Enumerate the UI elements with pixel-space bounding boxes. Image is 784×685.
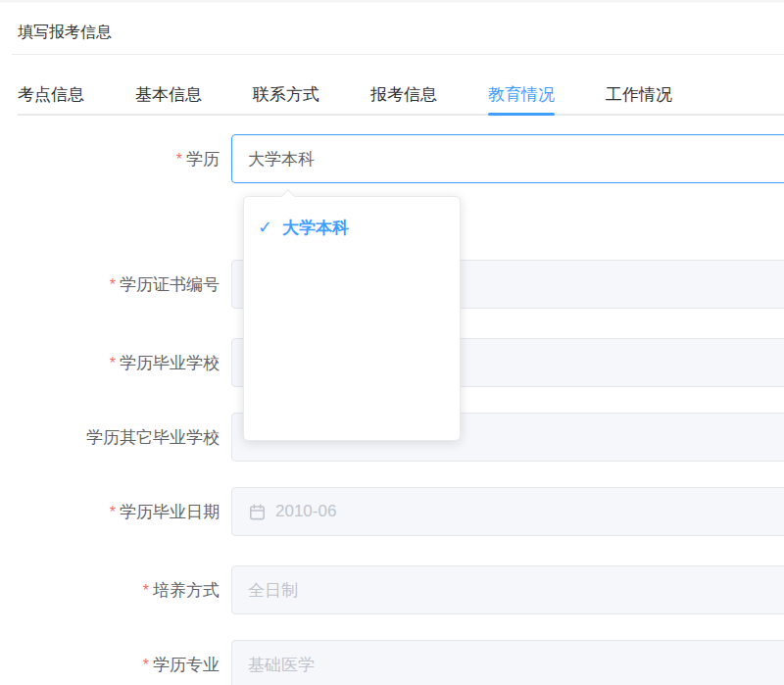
tab-label: 工作情况 [606, 83, 672, 106]
required-asterisk: * [110, 504, 116, 520]
input-value: 全日制 [248, 579, 298, 602]
tab-label: 考点信息 [18, 83, 84, 106]
field-label: *培养方式 [0, 579, 231, 602]
required-asterisk: * [110, 276, 116, 293]
tab-work-info[interactable]: 工作情况 [606, 74, 672, 114]
registration-form-page: 填写报考信息 考点信息 基本信息 联系方式 报考信息 教育情况 工作情况 *学历… [0, 0, 784, 685]
field-label: *学历毕业学校 [0, 352, 231, 374]
tab-basic-info[interactable]: 基本信息 [135, 74, 202, 114]
education-level-dropdown: ✓ 大学本科 [243, 196, 461, 441]
tab-label: 报考信息 [370, 83, 437, 106]
page-title: 填写报考信息 [18, 23, 112, 43]
field-label-text: 学历证书编号 [120, 275, 220, 294]
required-asterisk: * [143, 582, 149, 599]
tab-label: 教育情况 [488, 83, 555, 106]
required-asterisk: * [110, 355, 116, 371]
field-label-text: 学历专业 [153, 656, 220, 674]
dropdown-option-bachelor[interactable]: ✓ 大学本科 [244, 209, 460, 246]
field-label: *学历 [0, 148, 231, 171]
field-label: *学历毕业日期 [0, 501, 231, 523]
tab-education-info[interactable]: 教育情况 [488, 74, 555, 114]
option-label: 大学本科 [282, 217, 349, 239]
tab-exam-site-info[interactable]: 考点信息 [18, 74, 84, 114]
education-level-select[interactable]: 大学本科 [231, 134, 784, 183]
field-label-text: 学历毕业日期 [120, 503, 220, 521]
field-label-text: 学历其它毕业学校 [86, 428, 220, 447]
training-mode-input[interactable]: 全日制 [231, 565, 784, 614]
field-label: 学历其它毕业学校 [0, 426, 231, 449]
field-graduation-date: *学历毕业日期 2010-06 [0, 487, 784, 536]
required-asterisk: * [143, 657, 149, 673]
calendar-icon [248, 503, 267, 521]
required-asterisk: * [176, 151, 182, 168]
field-label-text: 学历毕业学校 [120, 354, 220, 372]
dropdown-arrow [281, 189, 295, 203]
title-divider [12, 54, 784, 55]
tab-label: 联系方式 [253, 83, 319, 106]
field-label-text: 学历 [186, 150, 220, 169]
field-label-text: 培养方式 [153, 581, 220, 600]
input-value: 2010-06 [275, 502, 336, 521]
tab-label: 基本信息 [135, 83, 202, 106]
check-icon: ✓ [258, 219, 272, 236]
field-education-level: *学历 大学本科 [0, 134, 784, 183]
tab-contact-info[interactable]: 联系方式 [253, 74, 319, 114]
graduation-date-input[interactable]: 2010-06 [231, 487, 784, 536]
tab-bar: 考点信息 基本信息 联系方式 报考信息 教育情况 工作情况 [18, 74, 784, 116]
input-value: 基础医学 [248, 654, 315, 676]
field-training-mode: *培养方式 全日制 [0, 565, 784, 614]
field-label: *学历专业 [0, 654, 231, 676]
field-major: *学历专业 基础医学 [0, 640, 784, 685]
field-label: *学历证书编号 [0, 273, 231, 296]
top-edge-band [0, 0, 784, 3]
input-value: 大学本科 [248, 148, 315, 171]
major-input[interactable]: 基础医学 [231, 640, 784, 685]
tab-application-info[interactable]: 报考信息 [370, 74, 437, 114]
